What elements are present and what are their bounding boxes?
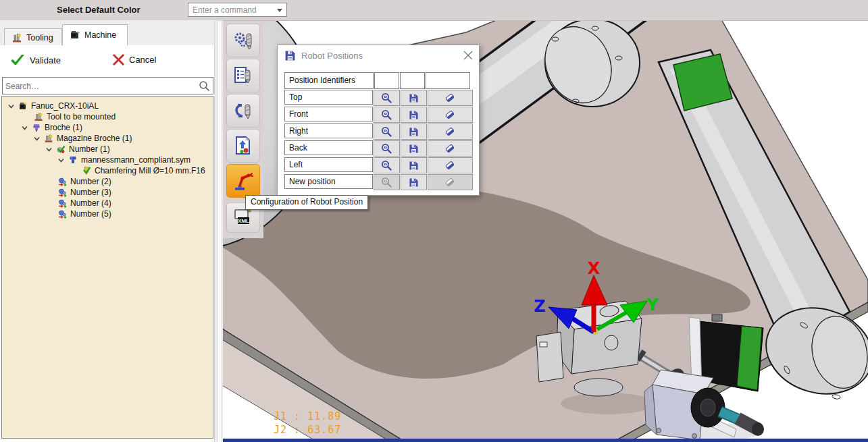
tab-tooling-label: Tooling [26,33,53,43]
column-header-view [374,72,399,89]
erase-position-button[interactable] [428,90,474,106]
cancel-label: Cancel [129,55,156,65]
robot-machine-icon [18,101,28,111]
erase-position-button[interactable] [428,123,474,140]
tab-machine[interactable]: Machine [62,24,128,46]
tree-item-number-5[interactable]: Number (5) [2,209,213,219]
machining-settings-button[interactable] [226,24,260,57]
chevron-down-icon[interactable] [21,124,28,132]
panel-splitter[interactable] [214,20,223,442]
save-icon [409,127,419,137]
position-name-field[interactable]: New position [284,174,373,189]
cancel-button[interactable]: Cancel [112,53,156,66]
tree-item-mannessmann-compliant[interactable]: mannessmann_compliant.sym [2,155,213,165]
command-combobox[interactable]: Enter a command [188,3,287,17]
tool-table-document-button[interactable] [226,59,260,92]
axis-z-label: Z [534,297,545,316]
tree-item-number-2[interactable]: Number (2) [2,176,213,187]
erase-position-button-disabled [428,174,474,190]
position-row-new: New position [284,174,473,190]
clamp-tool-icon [232,100,254,121]
tree-label: Broche (1) [45,123,82,132]
save-position-button[interactable] [401,90,427,106]
table-header-row: Position Identifiers [284,72,473,89]
tree-label: Number (4) [70,198,111,208]
tree-item-tool-to-be-mounted[interactable]: Tool to be mounted [2,111,213,122]
tree-label: Number (2) [70,177,111,186]
erase-position-button[interactable] [428,107,474,123]
position-name-field[interactable]: Back [284,140,373,155]
tree-item-magazine-broche-1[interactable]: Magazine Broche (1) [2,133,213,144]
chevron-down-icon [277,9,282,12]
column-header: Position Identifiers [284,72,374,89]
dialog-titlebar[interactable]: Robot Positions [278,45,479,65]
tool-checked-icon [82,166,91,175]
tree-label: mannessmann_compliant.sym [81,155,190,165]
position-name-field[interactable]: Right [284,123,373,138]
machine-icon [70,30,80,40]
tree-item-number-4[interactable]: Number (4) [2,198,213,209]
pocket-icon [57,177,67,186]
search-input[interactable] [3,78,197,94]
tree-item-fanuc-crx-10ial[interactable]: Fanuc_CRX-10iAL [2,101,213,111]
validate-button[interactable]: Validate [9,53,61,67]
save-icon [409,110,419,120]
view-position-button-disabled [374,174,400,190]
magnifier-eye-icon [381,92,392,103]
program-transfer-icon [232,135,254,157]
close-icon[interactable] [463,50,474,61]
tree-label: Number (3) [70,188,111,197]
window-edge-strip [218,439,868,442]
robot-position-config-button[interactable] [226,164,260,198]
chevron-down-icon[interactable] [57,157,65,164]
view-position-button[interactable] [374,90,400,106]
tree-item-number-1[interactable]: Number (1) [2,144,213,155]
tree-item-chamfering-mill[interactable]: Chamfering Mill Ø=10 mm.F16 [2,165,213,176]
view-position-button[interactable] [374,140,400,157]
position-row-back: Back [284,140,473,157]
save-position-button[interactable] [401,140,427,157]
clamp-tool-button[interactable] [226,94,260,128]
eraser-icon [444,109,455,120]
pocket-icon [57,198,67,208]
position-name-field[interactable]: Front [284,107,373,121]
machine-tree: Fanuc_CRX-10iAL Tool to be mounted Broch… [1,96,213,439]
tool-rack-icon [44,134,53,143]
save-position-button[interactable] [401,174,427,190]
tree-label: Chamfering Mill Ø=10 mm.F16 [95,166,205,175]
chevron-down-icon[interactable] [33,135,41,142]
magnifier-eye-icon [381,160,392,171]
validate-label: Validate [30,55,61,65]
pocket-icon [57,209,67,219]
save-position-button[interactable] [401,157,427,173]
tree-item-broche-1[interactable]: Broche (1) [2,122,213,133]
action-row: Validate Cancel [0,45,218,77]
position-row-right: Right [284,123,473,140]
machining-settings-icon [232,30,254,51]
tooling-icon [11,32,22,43]
chevron-down-icon[interactable] [45,146,53,153]
positions-table: Position Identifiers Top [284,72,473,190]
magnifier-eye-icon [381,177,392,188]
view-position-button[interactable] [374,107,400,123]
erase-position-button[interactable] [428,140,474,157]
magnifier-eye-icon [381,126,392,137]
left-panel: Tooling Machine Validate Cancel [0,20,218,442]
position-name-field[interactable]: Left [284,157,373,172]
position-name-field[interactable]: Top [284,90,373,105]
position-row-left: Left [284,157,473,173]
erase-position-button[interactable] [428,157,474,173]
save-position-button[interactable] [401,107,427,123]
save-position-button[interactable] [401,123,427,140]
program-transfer-button[interactable] [226,129,260,163]
joint-j1-value: J1 : 11.89 [274,410,341,424]
view-position-button[interactable] [374,157,400,173]
chevron-down-icon[interactable] [7,103,15,110]
tree-item-number-3[interactable]: Number (3) [2,187,213,198]
tool-rack-icon [34,112,43,121]
tab-tooling[interactable]: Tooling [4,28,62,46]
joint-j2-value: J2 : 63.67 [274,424,341,437]
robot-positions-dialog: Robot Positions Position Identifiers Top [277,45,480,196]
eraser-icon [444,126,455,137]
view-position-button[interactable] [374,123,400,140]
